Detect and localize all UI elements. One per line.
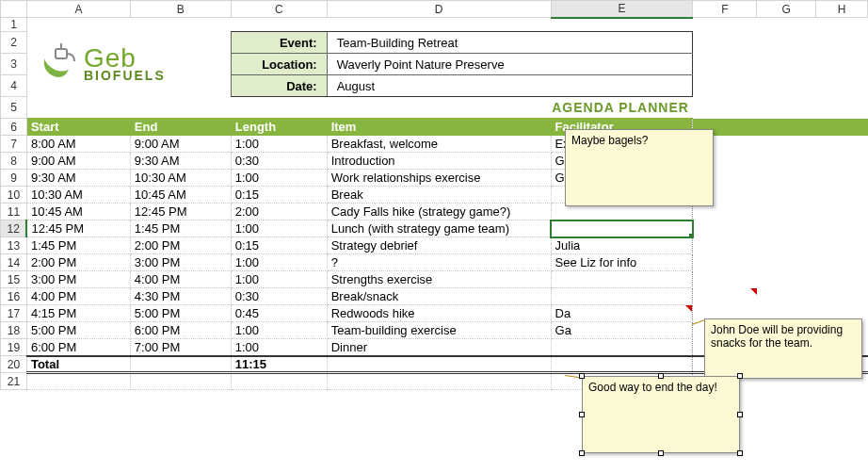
cell-end[interactable]: 9:00 AM xyxy=(130,136,231,153)
row-header-17[interactable]: 17 xyxy=(1,305,27,322)
row-header-16[interactable]: 16 xyxy=(1,288,27,305)
cell-item[interactable]: ? xyxy=(327,254,551,271)
cell-start[interactable]: 4:00 PM xyxy=(26,288,130,305)
cell-length[interactable]: 1:00 xyxy=(231,136,327,153)
table-header[interactable]: End xyxy=(130,119,231,136)
cell-item[interactable]: Breakfast, welcome xyxy=(327,136,551,153)
cell-start[interactable]: 3:00 PM xyxy=(26,271,130,288)
comment-box-end-day[interactable]: Good way to end the day! xyxy=(582,376,740,453)
cell-facilitator[interactable]: Da xyxy=(551,305,693,322)
cell-start[interactable]: 1:45 PM xyxy=(26,237,130,254)
cell-end[interactable]: 7:00 PM xyxy=(130,339,231,356)
cell-end[interactable]: 3:00 PM xyxy=(130,254,231,271)
cell-end[interactable]: 10:30 AM xyxy=(130,170,231,187)
cell-length[interactable]: 0:15 xyxy=(231,187,327,204)
cell-item[interactable]: Dinner xyxy=(327,339,551,356)
meta-value[interactable]: August xyxy=(327,75,693,97)
row-header-15[interactable]: 15 xyxy=(1,271,27,288)
cell-end[interactable]: 2:00 PM xyxy=(130,237,231,254)
cell-length[interactable]: 1:00 xyxy=(231,271,327,288)
col-header-E[interactable]: E xyxy=(551,1,693,18)
col-header-G[interactable]: G xyxy=(757,1,816,18)
table-header[interactable]: Start xyxy=(26,119,130,136)
row-header-19[interactable]: 19 xyxy=(1,339,27,356)
comment-box-bagels[interactable]: Maybe bagels? xyxy=(565,129,714,206)
cell-item[interactable]: Break/snack xyxy=(327,288,551,305)
cell-start[interactable]: 2:00 PM xyxy=(26,254,130,271)
cell-end[interactable]: 10:45 AM xyxy=(130,187,231,204)
row-header-21[interactable]: 21 xyxy=(1,373,27,390)
cell-facilitator[interactable] xyxy=(551,220,693,237)
meta-value[interactable]: Team-Building Retreat xyxy=(327,32,693,54)
row-header-13[interactable]: 13 xyxy=(1,237,27,254)
cell-item[interactable]: Strategy debrief xyxy=(327,237,551,254)
cell-facilitator[interactable] xyxy=(551,288,693,305)
cell-item[interactable]: Cady Falls hike (strategy game?) xyxy=(327,204,551,220)
row-header-4[interactable]: 4 xyxy=(1,75,27,97)
select-all[interactable] xyxy=(1,1,27,18)
cell-end[interactable]: 4:30 PM xyxy=(130,288,231,305)
col-header-C[interactable]: C xyxy=(231,1,327,18)
col-header-D[interactable]: D xyxy=(327,1,551,18)
row-header-5[interactable]: 5 xyxy=(1,97,27,119)
cell-start[interactable]: 10:30 AM xyxy=(26,187,130,204)
spreadsheet[interactable]: ABCDEFGH 12GebBIOFUELSEvent:Team-Buildin… xyxy=(0,0,868,473)
cell-length[interactable]: 0:30 xyxy=(231,153,327,170)
cell-length[interactable]: 1:00 xyxy=(231,254,327,271)
cell-start[interactable]: 6:00 PM xyxy=(26,339,130,356)
cell-length[interactable]: 1:00 xyxy=(231,322,327,339)
cell-start[interactable]: 12:45 PM xyxy=(26,220,130,237)
col-header-F[interactable]: F xyxy=(693,1,757,18)
row-header-18[interactable]: 18 xyxy=(1,322,27,339)
cell-item[interactable]: Introduction xyxy=(327,153,551,170)
cell-start[interactable]: 5:00 PM xyxy=(26,322,130,339)
cell-length[interactable]: 1:00 xyxy=(231,170,327,187)
cell-item[interactable]: Work relationships exercise xyxy=(327,170,551,187)
row-header-1[interactable]: 1 xyxy=(1,18,27,32)
cell-start[interactable]: 8:00 AM xyxy=(26,136,130,153)
cell-item[interactable]: Team-building exercise xyxy=(327,322,551,339)
row-header-9[interactable]: 9 xyxy=(1,170,27,187)
table-header[interactable]: Item xyxy=(327,119,551,136)
cell-facilitator[interactable]: Julia xyxy=(551,237,693,254)
col-header-A[interactable]: A xyxy=(26,1,130,18)
cell-facilitator[interactable] xyxy=(551,271,693,288)
row-header-20[interactable]: 20 xyxy=(1,356,27,373)
row-header-3[interactable]: 3 xyxy=(1,54,27,75)
row-header-11[interactable]: 11 xyxy=(1,204,27,220)
cell-item[interactable]: Lunch (with strategy game team) xyxy=(327,220,551,237)
cell-start[interactable]: 10:45 AM xyxy=(26,204,130,220)
cell-end[interactable]: 12:45 PM xyxy=(130,204,231,220)
cell-facilitator[interactable]: Ga xyxy=(551,322,693,339)
cell-end[interactable]: 9:30 AM xyxy=(130,153,231,170)
row-header-7[interactable]: 7 xyxy=(1,136,27,153)
cell-start[interactable]: 9:30 AM xyxy=(26,170,130,187)
cell-start[interactable]: 4:15 PM xyxy=(26,305,130,322)
cell-length[interactable]: 1:00 xyxy=(231,220,327,237)
cell-length[interactable]: 2:00 xyxy=(231,204,327,220)
cell-length[interactable]: 0:30 xyxy=(231,288,327,305)
row-header-12[interactable]: 12 xyxy=(1,220,27,237)
cell-end[interactable]: 1:45 PM xyxy=(130,220,231,237)
cell-end[interactable]: 5:00 PM xyxy=(130,305,231,322)
cell-end[interactable]: 6:00 PM xyxy=(130,322,231,339)
row-header-8[interactable]: 8 xyxy=(1,153,27,170)
row-header-6[interactable]: 6 xyxy=(1,119,27,136)
cell-length[interactable]: 0:45 xyxy=(231,305,327,322)
cell-facilitator[interactable]: See Liz for info xyxy=(551,254,693,271)
cell-item[interactable]: Strengths exercise xyxy=(327,271,551,288)
column-headers[interactable]: ABCDEFGH xyxy=(1,1,868,18)
cell-length[interactable]: 1:00 xyxy=(231,339,327,356)
meta-value[interactable]: Waverly Point Nature Preserve xyxy=(327,54,693,75)
cell-facilitator[interactable] xyxy=(551,339,693,356)
col-header-H[interactable]: H xyxy=(816,1,868,18)
cell-item[interactable]: Break xyxy=(327,187,551,204)
table-header[interactable]: Length xyxy=(231,119,327,136)
comment-box-snacks[interactable]: John Doe will be providing snacks for th… xyxy=(704,318,862,379)
row-header-10[interactable]: 10 xyxy=(1,187,27,204)
cell-start[interactable]: 9:00 AM xyxy=(26,153,130,170)
row-header-2[interactable]: 2 xyxy=(1,32,27,54)
col-header-B[interactable]: B xyxy=(130,1,231,18)
row-header-14[interactable]: 14 xyxy=(1,254,27,271)
cell-end[interactable]: 4:00 PM xyxy=(130,271,231,288)
